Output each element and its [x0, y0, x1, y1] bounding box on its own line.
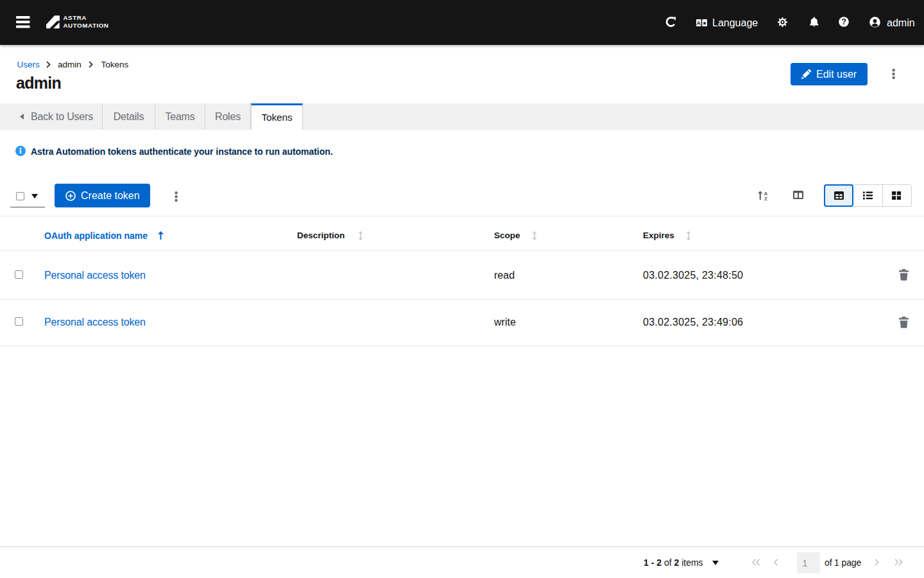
svg-text:Z: Z	[764, 195, 767, 200]
svg-text:A: A	[697, 19, 701, 26]
svg-text:★: ★	[702, 19, 707, 26]
svg-text:?: ?	[841, 17, 846, 26]
